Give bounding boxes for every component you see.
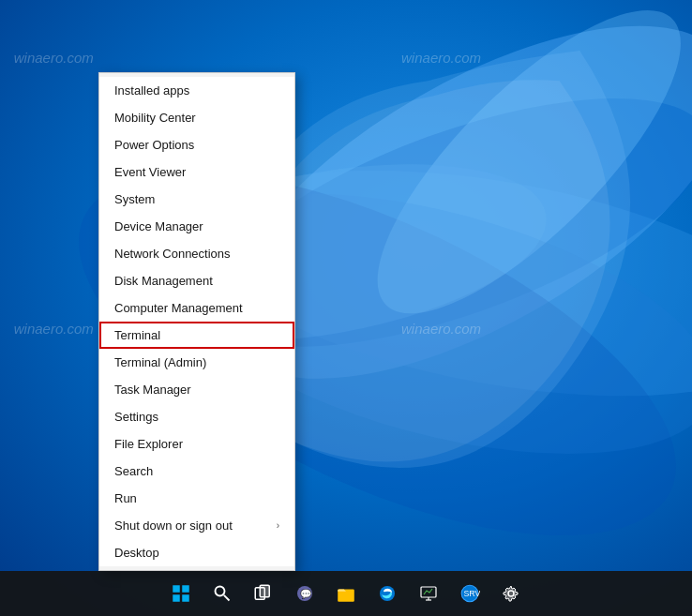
menu-item-run[interactable]: Run <box>99 485 294 512</box>
menu-item-label-disk-management: Disk Management <box>114 274 213 288</box>
search-button[interactable] <box>203 575 241 612</box>
menu-item-desktop[interactable]: Desktop <box>99 539 294 566</box>
menu-item-settings[interactable]: Settings <box>99 403 294 430</box>
menu-item-system[interactable]: System <box>99 186 294 213</box>
svg-text:SRV: SRV <box>463 589 480 598</box>
menu-item-network-connections[interactable]: Network Connections <box>99 240 294 267</box>
menu-item-device-manager[interactable]: Device Manager <box>99 213 294 240</box>
menu-item-label-system: System <box>114 192 155 206</box>
menu-item-terminal-admin[interactable]: Terminal (Admin) <box>99 349 294 376</box>
task-view-button[interactable] <box>245 575 282 612</box>
menu-item-search[interactable]: Search <box>99 458 294 485</box>
settings-cog[interactable] <box>492 575 530 612</box>
menu-item-installed-apps[interactable]: Installed apps <box>99 77 294 104</box>
menu-item-label-run: Run <box>114 491 137 505</box>
network-icon[interactable]: SRV <box>451 575 489 612</box>
menu-item-label-settings: Settings <box>114 410 158 424</box>
menu-item-label-desktop: Desktop <box>114 546 159 560</box>
menu-item-power-options[interactable]: Power Options <box>99 131 294 158</box>
context-menu: Installed appsMobility CenterPower Optio… <box>98 72 295 571</box>
svg-rect-11 <box>182 594 189 602</box>
menu-item-event-viewer[interactable]: Event Viewer <box>99 158 294 186</box>
menu-item-label-network-connections: Network Connections <box>114 247 231 261</box>
chat-button[interactable]: 💬 <box>286 575 323 612</box>
svg-rect-8 <box>173 585 180 593</box>
menu-item-file-explorer[interactable]: File Explorer <box>99 430 294 458</box>
svg-rect-15 <box>260 585 269 597</box>
menu-item-mobility-center[interactable]: Mobility Center <box>99 104 294 131</box>
taskbar: 💬SRV <box>0 571 692 616</box>
svg-point-12 <box>216 587 225 596</box>
svg-text:💬: 💬 <box>300 588 312 600</box>
menu-arrow-shut-down: › <box>277 520 279 531</box>
menu-item-label-device-manager: Device Manager <box>114 219 203 233</box>
menu-item-label-shut-down: Shut down or sign out <box>114 518 233 533</box>
start-button[interactable] <box>162 575 200 612</box>
menu-item-label-installed-apps: Installed apps <box>114 83 189 98</box>
menu-item-label-file-explorer: File Explorer <box>114 437 183 451</box>
svg-rect-10 <box>173 594 180 602</box>
menu-item-label-mobility-center: Mobility Center <box>114 111 196 125</box>
desktop: winaero.com winaero.com winaero.com wina… <box>0 0 692 616</box>
menu-item-computer-management[interactable]: Computer Management <box>99 294 294 322</box>
svg-rect-9 <box>182 585 189 593</box>
menu-item-label-terminal: Terminal <box>114 328 160 342</box>
menu-item-task-manager[interactable]: Task Manager <box>99 376 294 403</box>
menu-item-label-terminal-admin: Terminal (Admin) <box>114 355 206 369</box>
menu-item-label-task-manager: Task Manager <box>114 383 191 397</box>
menu-item-label-search: Search <box>114 464 153 478</box>
file-explorer-button[interactable] <box>327 575 365 612</box>
menu-item-label-computer-management: Computer Management <box>114 301 243 315</box>
monitor-button[interactable] <box>410 575 447 612</box>
menu-item-label-event-viewer: Event Viewer <box>114 165 186 179</box>
menu-item-terminal[interactable]: Terminal <box>99 322 294 349</box>
menu-item-shut-down[interactable]: Shut down or sign out› <box>99 512 294 539</box>
menu-item-disk-management[interactable]: Disk Management <box>99 267 294 294</box>
svg-point-19 <box>380 586 395 601</box>
svg-line-13 <box>224 595 230 601</box>
edge-button[interactable] <box>369 575 406 612</box>
menu-item-label-power-options: Power Options <box>114 138 194 152</box>
